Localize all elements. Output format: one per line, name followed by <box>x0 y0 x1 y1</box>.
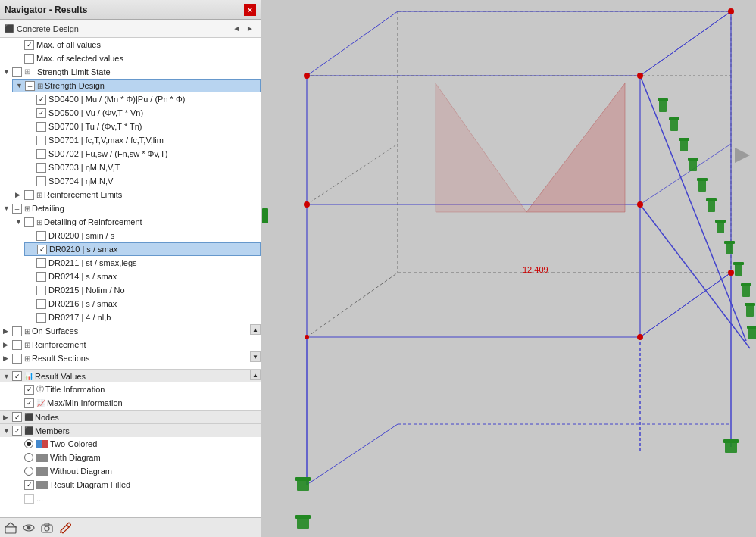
home-icon-button[interactable] <box>3 520 18 535</box>
eye-icon <box>23 522 35 534</box>
checkbox-result-values[interactable] <box>12 371 22 381</box>
checkbox-dr0200[interactable] <box>36 231 46 241</box>
checkbox-reinf-limits[interactable] <box>24 190 34 200</box>
section-label: Nodes <box>35 413 59 422</box>
radio-with-diagram[interactable] <box>24 453 33 462</box>
list-item[interactable]: ⊞ Detailing <box>0 201 261 215</box>
list-item[interactable]: Max. of all values <box>12 38 261 52</box>
members-section[interactable]: ⬛ Members <box>0 423 261 437</box>
radio-two-colored[interactable] <box>24 439 33 448</box>
list-item[interactable]: SD0703 | ηM,N,V,T <box>24 161 261 174</box>
list-item[interactable]: DR0214 | s / smax <box>24 270 261 283</box>
list-item[interactable]: SD0704 | ηM,N,V <box>24 174 261 188</box>
expand-arrow <box>3 327 11 335</box>
svg-point-42 <box>637 334 643 340</box>
checkbox-dr0214[interactable] <box>36 272 46 282</box>
close-button[interactable]: × <box>244 4 256 16</box>
checkbox-strength-limit[interactable] <box>12 67 22 77</box>
item-label: Without Diagram <box>50 467 112 476</box>
checkbox-sd0703[interactable] <box>36 163 46 173</box>
list-item[interactable]: SD0500 | Vu / (Φv,T * Vn) <box>24 106 261 120</box>
list-item[interactable]: Result Diagram Filled <box>12 478 261 492</box>
title-info-icon: Ⓣ <box>36 384 44 395</box>
item-label: With Diagram <box>50 453 101 462</box>
list-item[interactable]: SD0400 | Mu / (Mn * Φ)|Pu / (Pn * Φ) <box>24 92 261 106</box>
with-diagram-icon <box>36 454 48 462</box>
list-item[interactable]: DR0200 | smin / s <box>24 229 261 242</box>
svg-point-44 <box>728 270 734 276</box>
svg-point-3 <box>27 526 31 529</box>
list-item[interactable]: DR0216 | s / smax <box>24 297 261 311</box>
edit-icon-button[interactable] <box>58 520 73 535</box>
checkbox-reinforcement[interactable] <box>12 340 22 350</box>
checkbox-title-info[interactable] <box>24 385 34 395</box>
nodes-section[interactable]: ⬛ Nodes <box>0 410 261 423</box>
strength-design-item[interactable]: ⊞ Strength Design <box>12 79 261 92</box>
list-item[interactable]: With Diagram <box>12 451 261 464</box>
scroll-up-arrow[interactable]: ▲ <box>250 324 261 335</box>
camera-icon-button[interactable] <box>39 520 55 535</box>
list-item[interactable]: Without Diagram <box>12 464 261 478</box>
result-sections-icon: ⊞ <box>24 354 30 363</box>
scroll-down-arrow[interactable]: ▼ <box>250 351 261 362</box>
item-label: DR0215 | Nolim / No <box>48 286 125 295</box>
nav-prev-button[interactable]: ◄ <box>230 23 242 33</box>
list-item[interactable]: DR0217 | 4 / nl,b <box>24 311 261 324</box>
list-item[interactable]: ⊞ Detailing of Reinforcement <box>12 215 261 229</box>
nav-next-button[interactable]: ► <box>244 23 256 33</box>
checkbox-detailing-reinf[interactable] <box>24 217 34 227</box>
checkbox-on-surfaces[interactable] <box>12 326 22 336</box>
tree-scroll-container[interactable]: Max. of all values Max. of selected valu… <box>0 38 261 517</box>
checkbox-sd0701[interactable] <box>36 136 46 145</box>
list-item[interactable]: ⊞ Strength Limit State <box>0 65 261 79</box>
item-label: SD0500 | Vu / (Φv,T * Vn) <box>48 108 143 117</box>
svg-rect-45 <box>659 100 667 112</box>
checkbox-partial[interactable] <box>24 494 34 504</box>
checkbox-sd0500[interactable] <box>36 108 46 118</box>
radio-without-diagram[interactable] <box>24 467 33 476</box>
result-values-section[interactable]: 📊 Result Values ▲ <box>0 369 261 382</box>
checkbox-sd0702[interactable] <box>36 149 46 159</box>
list-item[interactable]: ⊞ Reinforcement Limits <box>12 188 261 201</box>
checkbox-max-selected[interactable] <box>24 54 34 64</box>
reinf-icon2: ⊞ <box>24 341 30 349</box>
checkbox-maxmin-info[interactable] <box>24 398 34 408</box>
checkbox-detailing[interactable] <box>12 204 22 214</box>
list-item[interactable]: DR0215 | Nolim / No <box>24 283 261 297</box>
checkbox-strength-design[interactable] <box>25 81 35 91</box>
list-item[interactable]: Max. of selected values <box>12 52 261 65</box>
svg-rect-52 <box>688 158 698 161</box>
checkbox-dr0211[interactable] <box>36 258 46 268</box>
result-scroll-arrow[interactable]: ▲ <box>250 370 261 380</box>
eye-icon-button[interactable] <box>21 520 36 535</box>
list-item[interactable]: ⊞ Reinforcement <box>0 338 261 351</box>
checkbox-dr0215[interactable] <box>36 286 46 295</box>
list-item[interactable]: ⊞ Result Sections ▼ <box>0 351 261 365</box>
checkbox-dr0216[interactable] <box>36 299 46 309</box>
dr0210-item[interactable]: DR0210 | s / smax <box>24 242 261 256</box>
list-item[interactable]: SD0701 | fc,T,V,max / fc,T,V,lim <box>24 133 261 147</box>
dropdown-icon: ⬛ <box>5 24 14 33</box>
main-container: Navigator - Results × ⬛ Concrete Design … <box>0 0 756 537</box>
checkbox-nodes[interactable] <box>12 412 22 422</box>
list-item[interactable]: DR0211 | st / smax,legs <box>24 256 261 270</box>
list-item[interactable]: ⊞ On Surfaces ▲ <box>0 324 261 338</box>
checkbox-result-sections[interactable] <box>12 354 22 364</box>
list-item[interactable]: 📈 Max/Min Information <box>12 396 261 410</box>
list-item[interactable]: Two-Colored <box>12 437 261 451</box>
list-item[interactable]: SD0700 | Tu / (Φv,T * Tn) <box>24 120 261 133</box>
item-label: SD0400 | Mu / (Mn * Φ)|Pu / (Pn * Φ) <box>48 95 185 104</box>
svg-rect-58 <box>715 220 726 223</box>
checkbox-result-diagram[interactable] <box>24 480 34 490</box>
list-item[interactable]: ... <box>12 492 261 505</box>
list-item[interactable]: Ⓣ Title Information <box>12 382 261 396</box>
svg-rect-46 <box>658 98 668 101</box>
checkbox-sd0700[interactable] <box>36 122 46 132</box>
checkbox-sd0704[interactable] <box>36 176 46 186</box>
checkbox-max-all[interactable] <box>24 40 34 50</box>
list-item[interactable]: SD0702 | Fu,sw / (Fn,sw * Φv,T) <box>24 147 261 161</box>
checkbox-dr0217[interactable] <box>36 313 46 323</box>
checkbox-dr0210[interactable] <box>37 245 47 254</box>
checkbox-sd0400[interactable] <box>36 95 46 105</box>
checkbox-members[interactable] <box>12 426 22 436</box>
